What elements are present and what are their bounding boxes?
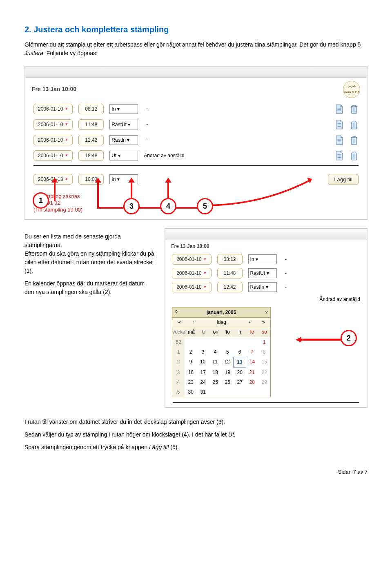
time-field[interactable]: 12:42 xyxy=(217,282,243,292)
note-icon[interactable] xyxy=(335,104,344,114)
date-field[interactable]: 2006-01-10 ▼ xyxy=(33,135,73,145)
stamp-row: 2006-01-10 ▼ 18:48 Ut ▾ Ändrad av anstäl… xyxy=(25,148,367,163)
kom-ga-icon: Kom & Gå xyxy=(343,81,360,98)
annotation-1: 1 xyxy=(33,192,49,209)
date-field[interactable]: 2006-01-10 ▼ xyxy=(172,268,211,278)
type-select[interactable]: RastIn ▾ xyxy=(109,135,138,145)
stamp-row: 2006-01-10 ▼ 11:48 RastUt ▾ - xyxy=(25,117,367,132)
status-text: - xyxy=(144,120,151,129)
annotation-5: 5 xyxy=(197,198,213,214)
type-select[interactable]: RastUt ▾ xyxy=(248,268,277,278)
chevron-down-icon[interactable]: ▼ xyxy=(65,153,68,158)
type-select[interactable]: Ut ▾ xyxy=(109,151,138,160)
time-field[interactable]: 18:48 xyxy=(78,150,104,161)
type-select[interactable]: In ▾ xyxy=(248,254,277,264)
type-select[interactable]: In ▾ xyxy=(109,104,138,114)
para-klockslag: I rutan till vänster om datumet skriver … xyxy=(24,418,368,426)
date-field[interactable]: 2006-01-10 ▼ xyxy=(33,104,73,114)
para-spara: Spara stämplingen genom att trycka på kn… xyxy=(24,443,368,452)
window-toolbar xyxy=(25,67,367,78)
annotation-3: 3 xyxy=(123,198,140,214)
type-select[interactable]: RastIn ▾ xyxy=(248,282,277,292)
annotation-2: 2 xyxy=(341,330,357,346)
intro-paragraph: Glömmer du att stämpla ut efter ett arbe… xyxy=(24,40,368,58)
page-footer: Sidan 7 av 7 xyxy=(24,468,368,476)
cal-close[interactable]: × xyxy=(263,307,270,317)
date-field[interactable]: 2006-01-10 ▼ xyxy=(172,254,211,265)
header-datetime: Fre 13 Jan 10:00 xyxy=(171,243,209,250)
note-icon[interactable] xyxy=(335,119,344,130)
time-field[interactable]: 11:48 xyxy=(78,119,104,130)
cal-today-cell[interactable]: 13 xyxy=(233,357,246,368)
cal-help[interactable]: ? xyxy=(172,307,180,317)
cal-prev-month[interactable]: ‹ xyxy=(186,318,200,327)
time-field[interactable]: 12:42 xyxy=(78,135,104,145)
date-field[interactable]: 2006-01-10 ▼ xyxy=(172,282,211,292)
stamp-row: 2006-01-10 ▼ 08:12 In ▾ - xyxy=(25,101,367,117)
screenshot-justera: Fre 13 Jan 10:00 Kom & Gå 2006-01-10 ▼ 0… xyxy=(24,66,368,220)
cal-next-month[interactable]: › xyxy=(243,318,256,327)
header-datetime: Fre 13 Jan 10:00 xyxy=(32,85,76,94)
calendar-popup: ? januari, 2006 × « ‹ Idag › » vecka må xyxy=(172,307,271,397)
screenshot-calendar: Fre 13 Jan 10:00 2006-01-10 ▼ 08:12 In ▾… xyxy=(165,228,368,408)
time-field[interactable]: 08:12 xyxy=(217,254,243,265)
status-text: - xyxy=(144,105,151,113)
para-kalender: En kalender öppnas där du markerar det d… xyxy=(24,279,155,296)
trash-icon[interactable] xyxy=(350,119,359,130)
trash-icon[interactable] xyxy=(350,135,359,145)
window-toolbar xyxy=(165,229,367,240)
para-lista: Du ser en lista med de senaste gjorda st… xyxy=(24,232,155,275)
date-field[interactable]: 2006-01-10 ▼ xyxy=(33,150,73,161)
para-typ: Sedan väljer du typ av stämpling i rutan… xyxy=(24,430,368,439)
chevron-down-icon[interactable]: ▼ xyxy=(65,106,68,112)
add-button[interactable]: Lägg till xyxy=(328,174,359,185)
status-text: Ändrad av anställd xyxy=(144,152,184,159)
time-field[interactable]: 11:48 xyxy=(217,268,243,278)
trash-icon[interactable] xyxy=(350,150,359,161)
status-text: - xyxy=(144,136,151,144)
chevron-down-icon[interactable]: ▼ xyxy=(65,137,68,143)
note-icon[interactable] xyxy=(335,150,344,161)
cal-today[interactable]: Idag xyxy=(200,318,243,327)
type-select[interactable]: RastUt ▾ xyxy=(109,120,138,129)
date-field[interactable]: 2006-01-10 ▼ xyxy=(33,119,73,130)
cal-prev-year[interactable]: « xyxy=(172,318,186,327)
annotation-4: 4 xyxy=(160,198,176,214)
heading: 2. Justera och komplettera stämpling xyxy=(24,23,368,36)
time-field[interactable]: 08:12 xyxy=(78,104,104,114)
chevron-down-icon[interactable]: ▼ xyxy=(65,176,68,182)
stamp-row: 2006-01-10 ▼ 12:42 RastIn ▾ - xyxy=(25,132,367,148)
note-icon[interactable] xyxy=(335,135,344,145)
cal-next-year[interactable]: » xyxy=(256,318,270,327)
chevron-down-icon[interactable]: ▼ xyxy=(65,122,68,127)
cal-title: januari, 2006 xyxy=(180,307,263,317)
trash-icon[interactable] xyxy=(350,104,359,114)
status-text: Ändrad av anställd xyxy=(320,296,360,303)
